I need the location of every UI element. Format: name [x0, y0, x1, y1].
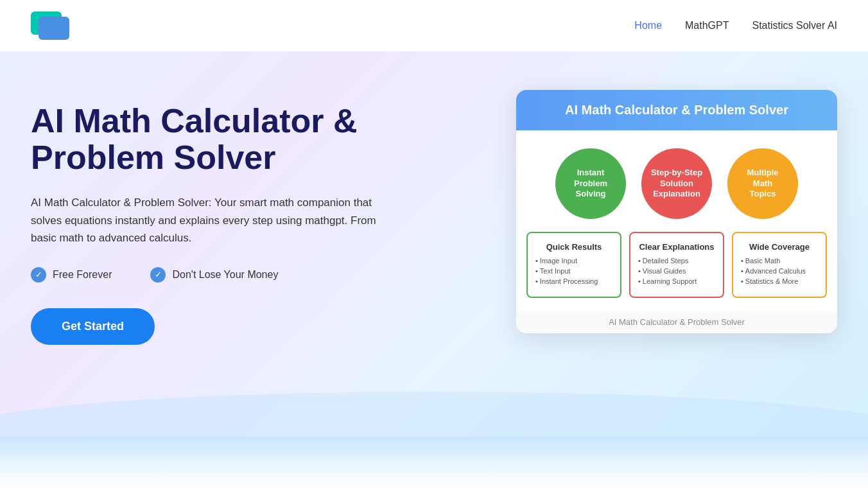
nav-home[interactable]: Home	[634, 20, 662, 31]
info-box-quick-item-3: Instant Processing	[535, 277, 612, 285]
nav-mathgpt[interactable]: MathGPT	[685, 20, 729, 31]
check-icon-money: ✓	[150, 267, 166, 283]
info-box-quick: Quick Results Image Input Text Input Ins…	[526, 232, 621, 298]
nav-statistics[interactable]: Statistics Solver AI	[752, 20, 838, 31]
circle-stepbystep: Step-by-StepSolutionExplanation	[641, 148, 712, 219]
info-box-wide-item-2: Advanced Calculus	[741, 267, 818, 275]
hero-description: AI Math Calculator & Problem Solver: You…	[31, 194, 390, 247]
info-box-quick-item-2: Text Input	[535, 267, 612, 275]
feature-free: ✓ Free Forever	[31, 267, 112, 283]
wave-divider	[0, 437, 868, 488]
card-header-text: AI Math Calculator & Problem Solver	[565, 103, 788, 117]
info-box-quick-item-1: Image Input	[535, 257, 612, 265]
nav-links: Home MathGPT Statistics Solver AI	[634, 20, 837, 31]
info-box-clear-item-1: Detailed Steps	[638, 257, 715, 265]
info-box-clear-item-3: Learning Support	[638, 277, 715, 285]
info-box-wide: Wide Coverage Basic Math Advanced Calcul…	[732, 232, 827, 298]
info-box-quick-title: Quick Results	[535, 242, 612, 252]
navigation: Home MathGPT Statistics Solver AI	[0, 0, 868, 51]
features-row: ✓ Free Forever ✓ Don't Lose Your Money	[31, 267, 390, 283]
info-box-clear-title: Clear Explanations	[638, 242, 715, 252]
card-circles: InstantProblemSolving Step-by-StepSoluti…	[516, 130, 837, 232]
hero-card: AI Math Calculator & Problem Solver Inst…	[516, 90, 837, 333]
logo[interactable]	[31, 12, 69, 40]
calculator-card: AI Math Calculator & Problem Solver Inst…	[516, 90, 837, 333]
feature-money: ✓ Don't Lose Your Money	[150, 267, 278, 283]
hero-left: AI Math Calculator & Problem Solver AI M…	[31, 90, 390, 345]
feature-free-label: Free Forever	[53, 269, 112, 281]
check-icon-free: ✓	[31, 267, 46, 283]
get-started-button[interactable]: Get Started	[31, 308, 155, 345]
info-box-clear: Clear Explanations Detailed Steps Visual…	[629, 232, 724, 298]
info-box-wide-title: Wide Coverage	[741, 242, 818, 252]
hero-section: AI Math Calculator & Problem Solver AI M…	[0, 51, 868, 437]
circle-multiple: MultipleMathTopics	[727, 148, 798, 219]
card-header: AI Math Calculator & Problem Solver	[516, 90, 837, 130]
feature-money-label: Don't Lose Your Money	[172, 269, 278, 281]
logo-front-layer	[39, 17, 69, 40]
card-boxes: Quick Results Image Input Text Input Ins…	[516, 232, 837, 311]
card-caption: AI Math Calculator & Problem Solver	[516, 311, 837, 333]
info-box-clear-item-2: Visual Guides	[638, 267, 715, 275]
circle-instant: InstantProblemSolving	[555, 148, 626, 219]
hero-title: AI Math Calculator & Problem Solver	[31, 103, 390, 176]
info-box-wide-item-3: Statistics & More	[741, 277, 818, 285]
info-box-wide-item-1: Basic Math	[741, 257, 818, 265]
